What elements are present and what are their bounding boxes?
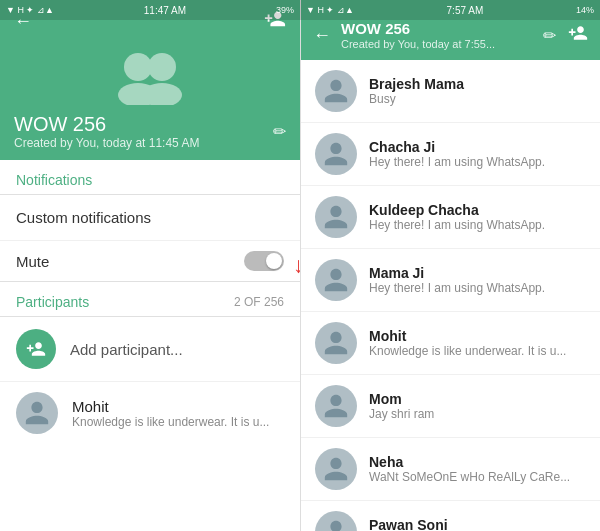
chat-name-5: Mom <box>369 391 434 407</box>
mute-label: Mute <box>16 253 49 270</box>
chat-msg-3: Hey there! I am using WhatsApp. <box>369 281 545 295</box>
red-arrow-annotation: ↑ <box>293 255 300 281</box>
chat-msg-0: Busy <box>369 92 464 106</box>
chat-msg-1: Hey there! I am using WhatsApp. <box>369 155 545 169</box>
chat-name-2: Kuldeep Chacha <box>369 202 545 218</box>
custom-notifications-item[interactable]: Custom notifications <box>0 195 300 241</box>
svg-point-1 <box>148 53 176 81</box>
mute-item[interactable]: Mute <box>0 241 300 282</box>
add-participant-item[interactable]: Add participant... <box>0 317 300 382</box>
participant-item-mohit[interactable]: Mohit Knowledge is like underwear. It is… <box>0 382 300 444</box>
avatar-mama <box>315 259 357 301</box>
avatar-kuldeep <box>315 196 357 238</box>
notifications-section-header: Notifications <box>0 160 300 194</box>
chat-item-6[interactable]: Neha WaNt SoMeOnE wHo ReAlLy CaRe... <box>301 438 600 501</box>
left-status-icons: ▼ H ✦ ⊿▲ <box>6 5 54 15</box>
right-back-arrow[interactable]: ← <box>313 25 331 46</box>
right-time: 7:57 AM <box>447 5 484 16</box>
participants-section-header: Participants 2 OF 256 ↑ <box>0 282 300 316</box>
right-group-name: WOW 256 <box>341 20 495 38</box>
chat-info-4: Mohit Knowledge is like underwear. It is… <box>369 328 566 358</box>
chat-info-1: Chacha Ji Hey there! I am using WhatsApp… <box>369 139 545 169</box>
avatar-chacha <box>315 133 357 175</box>
left-status-bar: ▼ H ✦ ⊿▲ 11:47 AM 39% <box>0 0 300 20</box>
chat-name-1: Chacha Ji <box>369 139 545 155</box>
chat-item-5[interactable]: Mom Jay shri ram <box>301 375 600 438</box>
chat-msg-4: Knowledge is like underwear. It is u... <box>369 344 566 358</box>
participant-info-mohit: Mohit Knowledge is like underwear. It is… <box>72 398 269 429</box>
add-participant-label: Add participant... <box>70 341 183 358</box>
group-icon <box>14 45 286 105</box>
avatar-brajesh <box>315 70 357 112</box>
chat-info-7: Pawan Soni # silence have secrets 😊 <box>369 517 506 531</box>
chat-msg-2: Hey there! I am using WhatsApp. <box>369 218 545 232</box>
chat-info-3: Mama Ji Hey there! I am using WhatsApp. <box>369 265 545 295</box>
chat-name-4: Mohit <box>369 328 566 344</box>
chat-name-3: Mama Ji <box>369 265 545 281</box>
svg-point-0 <box>124 53 152 81</box>
chat-item-1[interactable]: Chacha Ji Hey there! I am using WhatsApp… <box>301 123 600 186</box>
avatar-pawan <box>315 511 357 531</box>
left-group-name: WOW 256 <box>14 113 199 136</box>
chat-msg-5: Jay shri ram <box>369 407 434 421</box>
chat-info-6: Neha WaNt SoMeOnE wHo ReAlLy CaRe... <box>369 454 570 484</box>
chat-info-2: Kuldeep Chacha Hey there! I am using Wha… <box>369 202 545 232</box>
avatar-mom <box>315 385 357 427</box>
right-group-info: WOW 256 Created by You, today at 7:55... <box>341 20 495 50</box>
participants-count: 2 OF 256 ↑ <box>234 295 284 309</box>
left-header: ▼ H ✦ ⊿▲ 11:47 AM 39% ← WOW 25 <box>0 0 300 160</box>
participant-status-mohit: Knowledge is like underwear. It is u... <box>72 415 269 429</box>
right-edit-icon[interactable]: ✏ <box>543 26 556 45</box>
add-participant-icon <box>16 329 56 369</box>
right-status-bar: ▼ H ✦ ⊿▲ 7:57 AM 14% <box>300 0 600 20</box>
chat-list: Brajesh Mama Busy Chacha Ji Hey there! I… <box>301 60 600 531</box>
chat-name-0: Brajesh Mama <box>369 76 464 92</box>
left-group-sub: Created by You, today at 11:45 AM <box>14 136 199 150</box>
left-panel: ▼ H ✦ ⊿▲ 11:47 AM 39% ← WOW 25 <box>0 0 300 531</box>
right-group-sub: Created by You, today at 7:55... <box>341 38 495 50</box>
left-time: 11:47 AM <box>144 5 186 16</box>
avatar-neha <box>315 448 357 490</box>
left-battery: 39% <box>276 5 294 15</box>
chat-item-0[interactable]: Brajesh Mama Busy <box>301 60 600 123</box>
right-panel: ▼ H ✦ ⊿▲ 7:57 AM 14% ← WOW 256 Created b… <box>300 0 600 531</box>
mute-toggle[interactable] <box>244 251 284 271</box>
avatar-mohit-r <box>315 322 357 364</box>
left-group-info: WOW 256 Created by You, today at 11:45 A… <box>14 113 286 150</box>
avatar-mohit <box>16 392 58 434</box>
chat-item-2[interactable]: Kuldeep Chacha Hey there! I am using Wha… <box>301 186 600 249</box>
left-content: Notifications Custom notifications Mute … <box>0 160 300 531</box>
chat-item-7[interactable]: Pawan Soni # silence have secrets 😊 <box>301 501 600 531</box>
participants-label: Participants <box>16 294 89 310</box>
right-add-icon[interactable] <box>568 23 588 47</box>
right-header-actions: ✏ <box>543 23 588 47</box>
chat-info-0: Brajesh Mama Busy <box>369 76 464 106</box>
chat-item-4[interactable]: Mohit Knowledge is like underwear. It is… <box>301 312 600 375</box>
chat-name-7: Pawan Soni <box>369 517 506 531</box>
participant-name-mohit: Mohit <box>72 398 269 415</box>
chat-info-5: Mom Jay shri ram <box>369 391 434 421</box>
right-status-icons: ▼ H ✦ ⊿▲ <box>306 5 354 15</box>
chat-item-3[interactable]: Mama Ji Hey there! I am using WhatsApp. <box>301 249 600 312</box>
chat-name-6: Neha <box>369 454 570 470</box>
right-battery: 14% <box>576 5 594 15</box>
left-edit-icon[interactable]: ✏ <box>273 122 286 141</box>
chat-msg-6: WaNt SoMeOnE wHo ReAlLy CaRe... <box>369 470 570 484</box>
